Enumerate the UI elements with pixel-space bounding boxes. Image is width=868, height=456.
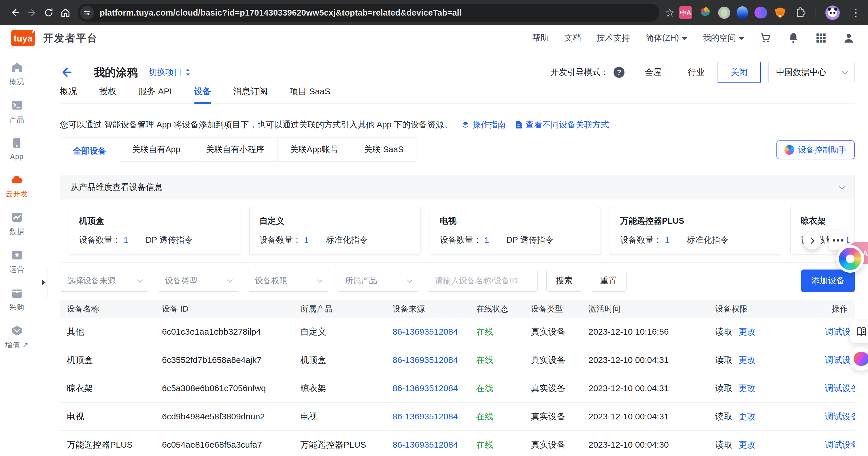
assistant-globe-icon — [784, 145, 794, 155]
cards-next-button[interactable] — [803, 232, 821, 250]
gem-extension-icon[interactable] — [737, 6, 748, 19]
sidebar-item-overview[interactable]: 概况 — [9, 61, 25, 87]
metamask-extension-icon[interactable] — [773, 6, 787, 19]
brain-extension-icon[interactable] — [754, 7, 767, 19]
sidebar-item-product[interactable]: 产品 — [9, 98, 25, 124]
fruit-bowl-extension-icon[interactable] — [699, 6, 712, 19]
translate-extension-icon[interactable]: 中A — [679, 6, 692, 19]
product-card-tv[interactable]: 电视 设备数量：1 DP 透传指令 — [430, 207, 601, 255]
debug-device-link[interactable]: 调试设备 — [818, 439, 855, 451]
device-source-select[interactable]: 选择设备来源 — [60, 270, 149, 292]
browser-forward-icon[interactable] — [24, 4, 40, 21]
filter-drawer-handle[interactable] — [40, 268, 48, 297]
notification-bell-icon[interactable] — [787, 32, 799, 44]
back-button[interactable] — [60, 66, 73, 79]
device-count[interactable]: 1 — [665, 236, 670, 245]
activation-time: 2023-12-10 10:16:56 — [582, 327, 708, 337]
debug-device-link[interactable]: 调试设备 — [818, 411, 855, 423]
cart-icon[interactable] — [760, 32, 772, 44]
device-source-link[interactable]: 86-13693512084 — [385, 412, 469, 421]
star-icon — [10, 248, 24, 262]
tab-authorization[interactable]: 授权 — [99, 86, 117, 103]
search-button[interactable]: 搜索 — [547, 270, 582, 292]
sidebar-item-operation[interactable]: 运营 — [9, 248, 25, 274]
datacenter-select[interactable]: 中国数据中心 — [768, 62, 855, 83]
tab-devices[interactable]: 设备 — [194, 86, 211, 103]
tuya-logo[interactable]: tuya — [11, 30, 35, 47]
product-card-custom[interactable]: 自定义 设备数量：1 标准化指令 — [249, 207, 421, 255]
operation-guide-link[interactable]: 操作指南 — [461, 119, 506, 130]
language-selector[interactable]: 简体(ZH) — [646, 32, 687, 44]
nav-docs[interactable]: 文档 — [564, 32, 581, 44]
browser-home-icon[interactable] — [57, 4, 74, 21]
browser-menu-icon[interactable]: ⋮ — [851, 7, 861, 19]
browser-reload-icon[interactable] — [40, 4, 57, 21]
project-tabs: 概况 授权 服务 API 设备 消息订阅 项目 SaaS — [60, 86, 855, 104]
device-search-input[interactable] — [428, 270, 538, 292]
panel-header[interactable]: 从产品维度查看设备信息 — [60, 175, 855, 200]
device-type: 真实设备 — [524, 326, 582, 338]
modify-permission-link[interactable]: 更改 — [738, 440, 755, 449]
switch-project-button[interactable]: 切换项目 — [149, 67, 191, 78]
translate-float-widget[interactable]: 中A — [833, 242, 868, 274]
tab-service-api[interactable]: 服务 API — [138, 86, 172, 103]
guide-mode-closed[interactable]: 关闭 — [718, 62, 761, 83]
device-control-assistant-button[interactable]: 设备控制助手 — [776, 141, 855, 159]
bookmark-star-icon[interactable]: ☆ — [664, 6, 675, 19]
address-bar[interactable]: platform.tuya.com/cloud/basic?id=p170143… — [78, 4, 659, 22]
guide-mode-industry[interactable]: 行业 — [675, 62, 718, 83]
modify-permission-link[interactable]: 更改 — [738, 355, 755, 365]
guide-mode-whole-house[interactable]: 全屋 — [632, 62, 675, 83]
device-tab-mini-program[interactable]: 关联自有小程序 — [193, 138, 278, 162]
sidebar-item-data[interactable]: 数据 — [9, 211, 25, 236]
external-link-arrow: ↗ — [23, 341, 29, 349]
extensions-puzzle-icon[interactable] — [793, 6, 806, 19]
product-card-settopbox[interactable]: 机顶盒 设备数量：1 DP 透传指令 — [69, 207, 240, 255]
browser-back-icon[interactable] — [7, 4, 24, 21]
apps-grid-icon[interactable] — [815, 32, 827, 44]
profile-avatar[interactable] — [825, 5, 840, 20]
sidebar-item-value-added[interactable]: 增值 ↗ — [5, 324, 29, 349]
sidebar-item-cloud[interactable]: 云开发 — [6, 173, 28, 199]
device-source-link[interactable]: 86-13693512084 — [385, 355, 469, 365]
my-space-menu[interactable]: 我的空间 — [703, 32, 744, 44]
device-tab-all[interactable]: 全部设备 — [60, 138, 119, 164]
sidebar-item-purchase[interactable]: 采购 — [9, 286, 25, 312]
product-card-remote[interactable]: 万能遥控器PLUS 设备数量：1 标准化指令 — [610, 207, 781, 255]
device-permission-select[interactable]: 设备权限 — [248, 270, 329, 292]
device-source-link[interactable]: 86-13693512084 — [385, 440, 469, 450]
user-icon[interactable] — [843, 32, 855, 44]
site-settings-icon[interactable] — [80, 6, 94, 20]
nav-help[interactable]: 帮助 — [532, 32, 549, 44]
device-tab-app-account[interactable]: 关联App账号 — [277, 138, 351, 162]
modify-permission-link[interactable]: 更改 — [738, 327, 755, 336]
sidebar-item-app[interactable]: App — [10, 136, 24, 161]
debug-device-link[interactable]: 调试设备 — [818, 383, 855, 394]
home-icon — [10, 61, 24, 74]
device-count[interactable]: 1 — [304, 236, 309, 245]
reset-button[interactable]: 重置 — [591, 270, 626, 292]
device-count[interactable]: 1 — [124, 236, 128, 245]
nav-support[interactable]: 技术支持 — [596, 32, 630, 44]
device-tab-own-app[interactable]: 关联自有App — [119, 138, 193, 162]
debug-device-link[interactable]: 调试设备 — [818, 326, 855, 338]
circle-extension-icon[interactable] — [718, 7, 730, 19]
device-count[interactable]: 1 — [485, 236, 489, 245]
tab-project-saas[interactable]: 项目 SaaS — [290, 86, 331, 103]
device-source-link[interactable]: 86-13693512084 — [385, 327, 469, 337]
device-type-select[interactable]: 设备类型 — [158, 270, 239, 292]
product-select[interactable]: 所属产品 — [338, 270, 419, 292]
relation-doc-link[interactable]: 查看不同设备关联方式 — [515, 119, 609, 130]
device-tab-saas[interactable]: 关联 SaaS — [351, 138, 416, 162]
device-source-link[interactable]: 86-13693512084 — [385, 383, 469, 393]
docs-float-button[interactable] — [850, 321, 868, 343]
tab-message-subscription[interactable]: 消息订阅 — [233, 86, 268, 103]
chevron-right-icon — [808, 238, 815, 244]
help-icon[interactable]: ? — [614, 67, 624, 78]
phone-icon — [10, 136, 23, 150]
modify-permission-link[interactable]: 更改 — [738, 383, 755, 393]
modify-permission-link[interactable]: 更改 — [738, 412, 755, 421]
debug-device-link[interactable]: 调试设备 — [818, 354, 855, 366]
tab-overview[interactable]: 概况 — [60, 86, 77, 103]
collapse-chevron-icon[interactable] — [839, 184, 845, 189]
